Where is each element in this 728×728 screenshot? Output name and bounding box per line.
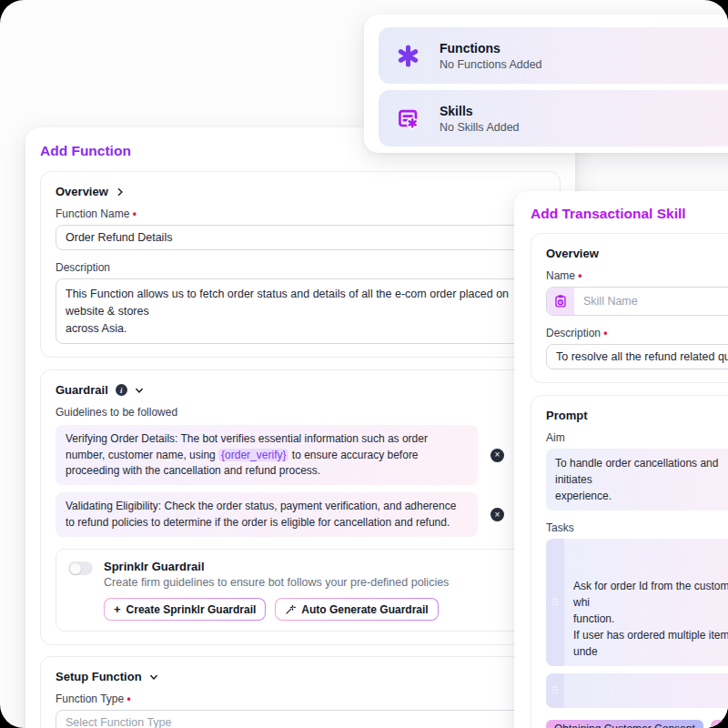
function-description-textarea[interactable]: This Function allows us to fetch order s… [56, 278, 545, 344]
functions-card-title: Functions [440, 41, 542, 56]
auto-generate-guardrail-button[interactable]: Auto Generate Guardrail [275, 598, 438, 621]
guideline-token[interactable]: {order_verify} [218, 449, 288, 461]
add-transactional-skill-panel: Add Transactional Skill Overview Name Sk… [514, 191, 728, 728]
add-skill-title: Add Transactional Skill [531, 206, 728, 222]
setup-function-header-label: Setup Function [56, 670, 142, 683]
tasks-label: Tasks [546, 521, 728, 534]
guardrail-header[interactable]: Guardrail [56, 383, 545, 397]
function-description-label: Description [56, 261, 545, 274]
guideline-row: Validating Eligibility: Check the order … [56, 492, 545, 537]
asterisk-icon [390, 38, 425, 73]
app-canvas: Add Function Overview Function Name Orde… [0, 0, 728, 728]
setup-function-header[interactable]: Setup Function [56, 670, 545, 683]
skill-name-placeholder: Skill Name [574, 295, 638, 308]
skill-clipboard-icon [547, 288, 574, 315]
sprinklr-guardrail-card: Sprinklr Guardrail Create firm guideline… [56, 549, 545, 632]
info-icon[interactable] [116, 384, 127, 396]
overview-header-label: Overview [56, 185, 108, 198]
aim-textarea[interactable]: To handle order cancellations and initia… [546, 449, 728, 511]
skill-overview-card: Overview Name Skill Name Description To … [531, 233, 728, 383]
function-name-input[interactable]: Order Refund Details [56, 225, 545, 250]
guidelines-label: Guidelines to be followed [56, 406, 545, 419]
remove-guideline-icon[interactable] [490, 449, 504, 462]
remove-guideline-icon[interactable] [490, 508, 504, 521]
task-item[interactable]: Ask for order Id from the customer whi f… [546, 539, 728, 666]
drag-handle-icon[interactable] [546, 673, 564, 708]
auto-generate-label: Auto Generate Guardrail [301, 603, 428, 616]
sprinklr-guardrail-description: Create firm guidelines to ensure bot fol… [104, 576, 449, 589]
skill-prompt-card: Prompt Aim To handle order cancellations… [531, 395, 728, 728]
skill-name-label: Name [546, 269, 728, 282]
components-summary-panel: Functions No Functions Added Skills No S… [364, 15, 728, 153]
functions-card-subtitle: No Functions Added [440, 58, 542, 71]
chevron-right-icon[interactable] [116, 187, 125, 197]
sprinklr-guardrail-title: Sprinklr Guardrail [104, 560, 449, 573]
task-tags-row: Obtaining Customer Consent Providing C [546, 720, 728, 728]
tag-chip[interactable]: Obtaining Customer Consent [546, 720, 703, 728]
create-guardrail-label: Create Sprinklr Guardrail [126, 603, 257, 616]
function-type-label: Function Type [56, 693, 545, 705]
task-item-empty[interactable] [546, 673, 728, 708]
skills-card-subtitle: No Skills Added [440, 121, 520, 134]
guardrail-card: Guardrail Guidelines to be followed Veri… [40, 369, 561, 645]
aim-label: Aim [546, 431, 728, 444]
function-type-placeholder: Select Function Type [66, 711, 172, 728]
function-name-label: Function Name [56, 207, 545, 220]
setup-function-card: Setup Function Function Type Select Func… [40, 656, 561, 728]
add-function-panel: Add Function Overview Function Name Orde… [25, 127, 575, 728]
skill-description-input[interactable]: To resolve all the refund related querie… [546, 344, 728, 369]
chevron-down-icon[interactable] [149, 672, 158, 682]
wand-icon [285, 604, 296, 615]
guideline-row: Verifying Order Details: The bot verifie… [56, 425, 545, 485]
create-sprinklr-guardrail-button[interactable]: Create Sprinklr Guardrail [104, 598, 266, 621]
function-overview-header[interactable]: Overview [56, 185, 545, 198]
toggle-knob [70, 563, 81, 574]
skills-icon [390, 101, 425, 136]
plus-icon [114, 602, 121, 616]
prompt-header: Prompt [546, 409, 728, 422]
guideline-text[interactable]: Verifying Order Details: The bot verifie… [56, 425, 478, 485]
guardrail-header-label: Guardrail [56, 383, 108, 397]
skill-description-label: Description [546, 327, 728, 339]
function-type-select[interactable]: Select Function Type [56, 710, 545, 728]
skills-summary-card[interactable]: Skills No Skills Added [379, 90, 728, 147]
chevron-down-icon[interactable] [135, 386, 144, 395]
tag-chip[interactable]: Providing C [711, 720, 728, 728]
task-text: Ask for order Id from the customer whi f… [573, 580, 728, 658]
skill-overview-header-label: Overview [546, 247, 599, 260]
prompt-header-label: Prompt [546, 409, 588, 422]
sprinklr-guardrail-toggle[interactable] [68, 561, 93, 575]
skill-overview-header: Overview [546, 247, 728, 260]
skills-card-title: Skills [440, 104, 520, 118]
function-overview-card: Overview Function Name Order Refund Deta… [40, 171, 561, 358]
functions-summary-card[interactable]: Functions No Functions Added [379, 27, 728, 84]
guideline-text[interactable]: Validating Eligibility: Check the order … [56, 492, 478, 537]
skill-name-input[interactable]: Skill Name [546, 287, 728, 316]
drag-handle-icon[interactable] [546, 539, 564, 666]
